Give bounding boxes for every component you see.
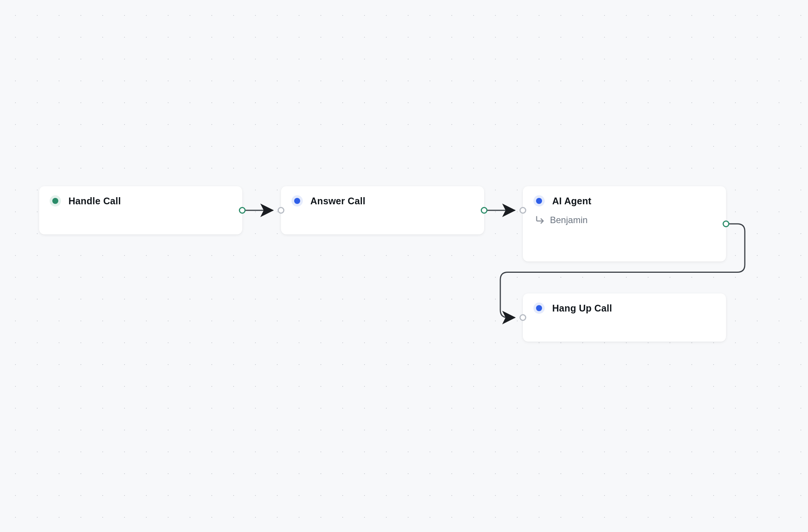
node-title: Handle Call (68, 196, 121, 207)
node-header: Handle Call (50, 195, 232, 207)
status-dot-icon (536, 198, 542, 204)
status-dot-icon (536, 305, 542, 311)
node-answer-call[interactable]: Answer Call (281, 186, 484, 234)
status-dot-wrap (292, 195, 303, 207)
node-hang-up-call[interactable]: Hang Up Call (523, 293, 726, 342)
status-dot-wrap (533, 195, 545, 207)
connector-layer (0, 0, 808, 532)
port-handle-call-out[interactable] (239, 207, 246, 214)
status-dot-wrap (50, 195, 61, 207)
port-answer-call-out[interactable] (481, 207, 488, 214)
node-title: Hang Up Call (552, 303, 612, 314)
node-title: AI Agent (552, 196, 591, 207)
return-arrow-icon (535, 215, 545, 225)
flow-canvas[interactable]: Handle Call Answer Call AI Agent (0, 0, 808, 532)
status-dot-icon (294, 198, 300, 204)
port-ai-agent-out[interactable] (723, 220, 729, 227)
node-title: Answer Call (310, 196, 365, 207)
node-handle-call[interactable]: Handle Call (39, 186, 242, 234)
port-ai-agent-in[interactable] (519, 207, 526, 214)
port-answer-call-in[interactable] (278, 207, 284, 214)
node-header: Answer Call (292, 195, 474, 207)
node-header: AI Agent (533, 195, 715, 207)
node-ai-agent[interactable]: AI Agent Benjamin (523, 186, 726, 261)
node-sub-row: Benjamin (533, 215, 715, 225)
status-dot-icon (52, 198, 58, 204)
node-sub-label: Benjamin (550, 215, 588, 225)
status-dot-wrap (533, 302, 545, 314)
port-hang-up-in[interactable] (519, 314, 526, 321)
node-header: Hang Up Call (533, 302, 715, 314)
